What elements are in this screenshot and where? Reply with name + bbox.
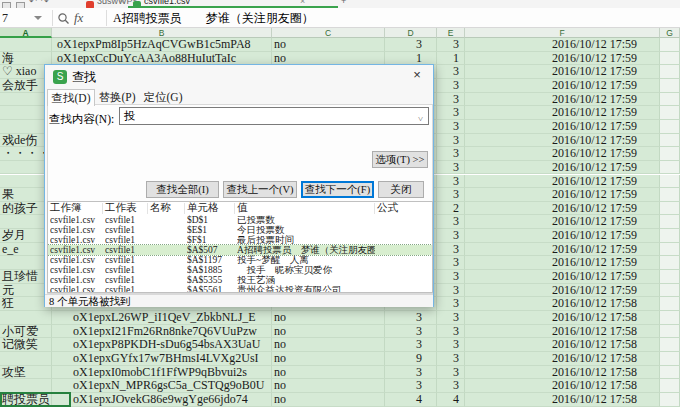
grid-cell-a[interactable]: 记微笑	[0, 338, 52, 352]
grid-cell-g[interactable]	[660, 311, 680, 325]
grid-cell-g[interactable]	[660, 175, 680, 189]
grid-cell-g[interactable]	[660, 338, 680, 352]
grid-cell-e[interactable]: 3	[437, 297, 465, 311]
grid-cell-g[interactable]	[660, 202, 680, 216]
grid-cell-d[interactable]: 3	[385, 338, 437, 352]
grid-cell-c[interactable]: no	[272, 338, 385, 352]
grid-cell-g[interactable]	[660, 243, 680, 257]
grid-cell-e[interactable]: 3	[437, 79, 465, 93]
grid-cell-g[interactable]	[660, 393, 680, 407]
col-header-b[interactable]: B	[52, 28, 272, 38]
find-next-button[interactable]: 查找下一个(F)	[301, 181, 374, 198]
magnifier-icon[interactable]	[57, 11, 70, 29]
grid-cell-f[interactable]: 2016/10/12 17:59	[465, 134, 660, 148]
grid-cell-e[interactable]: 3	[437, 352, 465, 366]
grid-cell-f[interactable]: 2016/10/12 17:59	[465, 202, 660, 216]
grid-cell-g[interactable]	[660, 366, 680, 380]
grid-cell-g[interactable]	[660, 352, 680, 366]
grid-cell-a[interactable]: 聘投票员 梦	[0, 393, 52, 407]
grid-cell-c[interactable]: no	[272, 379, 385, 393]
dialog-tab-2[interactable]: 定位(G)	[139, 89, 187, 105]
grid-cell-e[interactable]: 3	[437, 379, 465, 393]
grid-cell-e[interactable]: 3	[437, 65, 465, 79]
grid-cell-f[interactable]: 2016/10/12 17:59	[465, 215, 660, 229]
grid-cell-e[interactable]: 3	[437, 215, 465, 229]
grid-cell-e[interactable]: 3	[437, 38, 465, 52]
grid-cell-f[interactable]: 2016/10/12 17:59	[465, 175, 660, 189]
grid-cell-e[interactable]: 3	[437, 284, 465, 298]
col-header-e[interactable]: E	[437, 28, 465, 38]
grid-cell-f[interactable]: 2016/10/12 17:58	[465, 379, 660, 393]
grid-cell-g[interactable]	[660, 134, 680, 148]
result-row[interactable]: csvfile1.csvcsvfile1$D$1已投票数	[48, 215, 432, 225]
grid-cell-f[interactable]: 2016/10/12 17:58	[465, 338, 660, 352]
dialog-tab-1[interactable]: 替换(P)	[93, 89, 141, 105]
grid-cell-e[interactable]: 3	[437, 175, 465, 189]
redo-icon[interactable]: ↷	[41, 0, 49, 6]
grid-cell-g[interactable]	[660, 229, 680, 243]
grid-cell-f[interactable]: 2016/10/12 17:59	[465, 93, 660, 107]
grid-cell-e[interactable]: 1	[437, 52, 465, 66]
grid-cell-g[interactable]	[660, 120, 680, 134]
grid-cell-g[interactable]	[660, 147, 680, 161]
grid-cell-e[interactable]: 3	[437, 256, 465, 270]
add-tab-button[interactable]: +	[341, 0, 346, 6]
result-row[interactable]: csvfile1.csvcsvfile1$A$5561贵州众益达投资有限公司	[48, 285, 432, 293]
grid-cell-e[interactable]: 3	[437, 243, 465, 257]
grid-cell-f[interactable]: 2016/10/12 17:58	[465, 297, 660, 311]
grid-cell-f[interactable]: 2016/10/12 17:58	[465, 311, 660, 325]
grid-cell-e[interactable]: 3	[437, 93, 465, 107]
grid-cell-a[interactable]	[0, 38, 52, 52]
grid-cell-g[interactable]	[660, 256, 680, 270]
find-input[interactable]: 投 ˅	[119, 107, 429, 125]
grid-cell-e[interactable]: 3	[437, 325, 465, 339]
grid-cell-f[interactable]: 2016/10/12 17:59	[465, 120, 660, 134]
grid-cell-d[interactable]: 3	[385, 38, 437, 52]
grid-cell-g[interactable]	[660, 284, 680, 298]
grid-cell-b[interactable]: oX1epxI0mobC1f1FfWP9qBbvui2s	[52, 366, 272, 380]
grid-cell-e[interactable]: 2	[437, 202, 465, 216]
grid-cell-e[interactable]: 3	[437, 106, 465, 120]
grid-cell-f[interactable]: 2016/10/12 17:59	[465, 256, 660, 270]
grid-cell-a[interactable]	[0, 352, 52, 366]
grid-cell-b[interactable]: oX1epxPm8Ip5HzAqCVGwB1c5mPA8	[52, 38, 272, 52]
grid-cell-f[interactable]: 2016/10/12 17:58	[465, 325, 660, 339]
grid-cell-f[interactable]: 2016/10/12 17:59	[465, 161, 660, 175]
grid-cell-b[interactable]: oX1epxJOvekG86e9wgYge66jdo74	[52, 393, 272, 407]
grid-cell-d[interactable]: 4	[385, 393, 437, 407]
grid-cell-g[interactable]	[660, 79, 680, 93]
grid-cell-g[interactable]	[660, 65, 680, 79]
grid-cell-f[interactable]: 2016/10/12 17:59	[465, 79, 660, 93]
grid-cell-d[interactable]: 9	[385, 352, 437, 366]
grid-cell-a[interactable]	[0, 379, 52, 393]
grid-cell-f[interactable]: 2016/10/12 17:59	[465, 52, 660, 66]
grid-cell-d[interactable]: 3	[385, 311, 437, 325]
grid-cell-g[interactable]	[660, 215, 680, 229]
find-prev-button[interactable]: 查找上一个(V)	[223, 181, 297, 198]
grid-cell-e[interactable]: 3	[437, 147, 465, 161]
undo-icon[interactable]: ↶	[29, 0, 37, 6]
options-button[interactable]: 选项(T) >>	[372, 151, 428, 168]
grid-cell-e[interactable]: 4	[437, 393, 465, 407]
grid-cell-f[interactable]: 2016/10/12 17:59	[465, 106, 660, 120]
grid-cell-f[interactable]: 2016/10/12 17:59	[465, 38, 660, 52]
grid-cell-c[interactable]: no	[272, 366, 385, 380]
result-row[interactable]: csvfile1.csvcsvfile1$A$1885 投手 昵称宝贝爱你	[48, 265, 432, 275]
grid-cell-a[interactable]: 小可爱	[0, 325, 52, 339]
close-button[interactable]: 关闭	[378, 181, 424, 198]
grid-cell-f[interactable]: 2016/10/12 17:59	[465, 270, 660, 284]
grid-cell-g[interactable]	[660, 325, 680, 339]
grid-cell-f[interactable]: 2016/10/12 17:59	[465, 284, 660, 298]
grid-cell-e[interactable]: 3	[437, 134, 465, 148]
grid-cell-g[interactable]	[660, 161, 680, 175]
grid-cell-g[interactable]	[660, 106, 680, 120]
result-row[interactable]: csvfile1.csvcsvfile1$A$507A招聘投票员 梦谁（关注朋友…	[48, 245, 432, 255]
grid-cell-e[interactable]: 3	[437, 270, 465, 284]
find-all-button[interactable]: 查找全部(I)	[146, 181, 219, 198]
grid-cell-e[interactable]: 3	[437, 120, 465, 134]
grid-cell-d[interactable]: 3	[385, 366, 437, 380]
find-input-dropdown-icon[interactable]: ˅	[418, 111, 423, 127]
grid-cell-g[interactable]	[660, 188, 680, 202]
grid-cell-b[interactable]: oX1epxGYfx17w7BHmsI4LVXg2UsI	[52, 352, 272, 366]
grid-cell-d[interactable]: 3	[385, 379, 437, 393]
